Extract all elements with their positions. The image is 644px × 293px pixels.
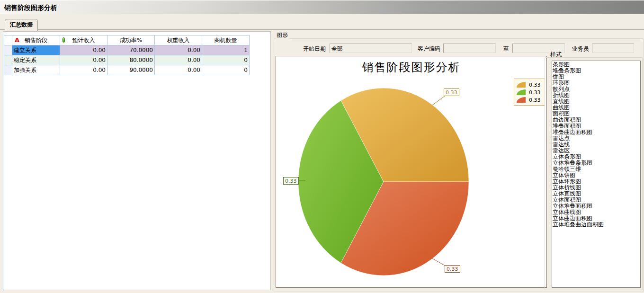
column-header-weighted-label: 权重收入 (167, 37, 190, 44)
style-list-item[interactable]: 堆叠条形图 (553, 68, 640, 74)
legend-value: 0.33 (529, 82, 541, 88)
to-label: 至 (501, 45, 509, 53)
cell-stage[interactable]: 建立关系 (12, 45, 60, 55)
sort-a-icon: A (15, 37, 19, 43)
column-header-expected-label: 预计收入 (72, 37, 95, 44)
cell-rate[interactable]: 90.0000 (107, 65, 155, 75)
style-groupbox: 条形图堆叠条形图饼图环形图散列点折线图直线图曲线图面积图曲边面积图堆叠面积图堆叠… (545, 57, 643, 290)
column-header-count[interactable]: 商机数量 (202, 36, 250, 45)
filter-row: 开始日期 客户编码 至 业务员 (274, 43, 644, 53)
start-date-label: 开始日期 (293, 45, 326, 53)
row-indicator[interactable] (4, 65, 12, 75)
chart-legend: 0.33 0.33 0.33 (514, 79, 545, 106)
row-header-corner[interactable] (4, 36, 12, 45)
table-row[interactable]: 建立关系 0.00 70.0000 0.00 1 (4, 45, 250, 55)
column-header-expected[interactable]: 预计收入 (60, 36, 107, 45)
salesman-input[interactable] (592, 44, 634, 53)
style-list-item[interactable]: 立体堆叠曲边面积图 (553, 222, 640, 228)
cell-expected[interactable]: 0.00 (60, 65, 107, 75)
customer-code-label: 客户编码 (413, 45, 440, 53)
pie-chart-panel: 销售阶段图形分析 0.33 0.33 0.33 0.33 0.33 0.33 (276, 56, 547, 288)
cell-count[interactable]: 0 (202, 55, 250, 65)
cell-stage[interactable]: 加强关系 (12, 65, 60, 75)
legend-swatch-orange (517, 82, 526, 88)
table-header-row: A 销售阶段 预计收入 成功率% 权重收入 商机数量 (4, 36, 250, 45)
column-header-rate-label: 成功率% (120, 37, 142, 44)
content-area: A 销售阶段 预计收入 成功率% 权重收入 商机数量 (0, 29, 644, 293)
tab-summary-data[interactable]: 汇总数据 (5, 19, 38, 31)
table-row[interactable]: 稳定关系 0.00 80.0000 0.00 0 (4, 55, 250, 65)
slice-data-label: 0.33 (445, 265, 460, 273)
cell-weighted[interactable]: 0.00 (155, 65, 202, 75)
customer-code-input[interactable] (443, 44, 496, 53)
cell-weighted[interactable]: 0.00 (155, 45, 202, 55)
column-header-count-label: 商机数量 (215, 37, 237, 44)
row-indicator[interactable] (4, 55, 12, 65)
salesman-label: 业务员 (568, 45, 589, 53)
pie-chart (276, 56, 546, 287)
chart-title: 销售阶段图形分析 (276, 60, 546, 75)
leader-line-1 (432, 96, 445, 105)
slice-data-label: 0.33 (283, 177, 299, 185)
green-pill-icon (63, 37, 65, 43)
cell-count[interactable]: 1 (202, 45, 250, 55)
chart-style-list[interactable]: 条形图堆叠条形图饼图环形图散列点折线图直线图曲线图面积图曲边面积图堆叠面积图堆叠… (552, 61, 641, 288)
tab-strip: 汇总数据 (0, 14, 644, 30)
cell-rate[interactable]: 80.0000 (107, 55, 155, 65)
legend-entry: 0.33 (517, 89, 542, 96)
graph-region: 图形 开始日期 客户编码 至 业务员 (274, 31, 644, 293)
legend-value: 0.33 (529, 89, 541, 96)
slice-data-label: 0.33 (444, 89, 459, 96)
cell-stage[interactable]: 稳定关系 (12, 55, 60, 65)
legend-entry: 0.33 (517, 96, 542, 104)
column-header-stage-label: 销售阶段 (25, 37, 47, 44)
legend-value: 0.33 (529, 97, 541, 103)
window-title: 销售阶段图形分析 (0, 0, 644, 14)
legend-entry: 0.33 (517, 81, 542, 89)
cell-weighted[interactable]: 0.00 (155, 55, 202, 65)
row-indicator[interactable] (4, 45, 12, 55)
leader-line-3 (432, 258, 446, 266)
table-row[interactable]: 加强关系 0.00 90.0000 0.00 0 (4, 65, 250, 75)
cell-count[interactable]: 0 (202, 65, 250, 75)
column-header-stage[interactable]: A 销售阶段 (12, 36, 60, 45)
graph-group-label: 图形 (276, 31, 289, 39)
legend-swatch-red (517, 97, 526, 103)
column-header-rate[interactable]: 成功率% (107, 36, 155, 45)
sales-stage-table: A 销售阶段 预计收入 成功率% 权重收入 商机数量 (4, 35, 250, 75)
start-date-input[interactable] (330, 44, 412, 53)
column-header-weighted[interactable]: 权重收入 (155, 36, 202, 45)
legend-swatch-green (517, 89, 526, 95)
cell-expected[interactable]: 0.00 (60, 45, 107, 55)
cell-expected[interactable]: 0.00 (60, 55, 107, 65)
cell-rate[interactable]: 70.0000 (107, 45, 155, 55)
summary-table-panel: A 销售阶段 预计收入 成功率% 权重收入 商机数量 (3, 31, 271, 290)
